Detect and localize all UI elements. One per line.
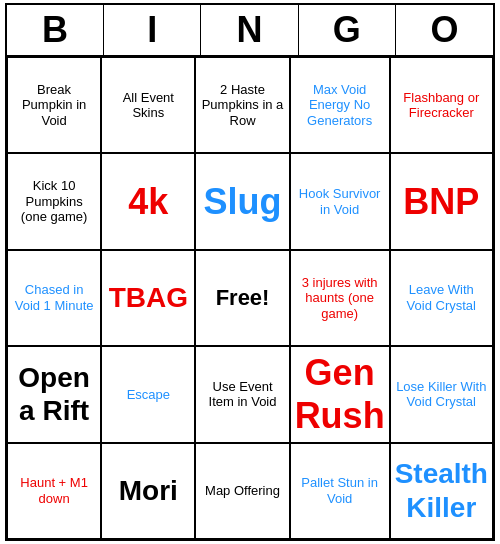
- bingo-cell: Max Void Energy No Generators: [290, 57, 390, 153]
- bingo-cell: Pallet Stun in Void: [290, 443, 390, 539]
- bingo-cell: Chased in Void 1 Minute: [7, 250, 101, 346]
- header-letter: I: [104, 5, 201, 55]
- bingo-cell: BNP: [390, 153, 493, 249]
- header-letter: N: [201, 5, 298, 55]
- bingo-cell: Slug: [195, 153, 289, 249]
- bingo-card: BINGO Break Pumpkin in VoidAll Event Ski…: [5, 3, 495, 541]
- bingo-cell: Haunt + M1 down: [7, 443, 101, 539]
- bingo-grid: Break Pumpkin in VoidAll Event Skins2 Ha…: [7, 57, 493, 539]
- bingo-cell: TBAG: [101, 250, 195, 346]
- bingo-cell: Mori: [101, 443, 195, 539]
- bingo-cell: 3 injures with haunts (one game): [290, 250, 390, 346]
- bingo-cell: Flashbang or Firecracker: [390, 57, 493, 153]
- bingo-cell: Free!: [195, 250, 289, 346]
- bingo-cell: Use Event Item in Void: [195, 346, 289, 442]
- bingo-cell: Leave With Void Crystal: [390, 250, 493, 346]
- bingo-cell: Lose Killer With Void Crystal: [390, 346, 493, 442]
- bingo-cell: Map Offering: [195, 443, 289, 539]
- bingo-cell: Escape: [101, 346, 195, 442]
- bingo-cell: Break Pumpkin in Void: [7, 57, 101, 153]
- bingo-header: BINGO: [7, 5, 493, 57]
- bingo-cell: All Event Skins: [101, 57, 195, 153]
- bingo-cell: Hook Survivor in Void: [290, 153, 390, 249]
- bingo-cell: Stealth Killer: [390, 443, 493, 539]
- bingo-cell: Gen Rush: [290, 346, 390, 442]
- bingo-cell: Open a Rift: [7, 346, 101, 442]
- bingo-cell: 4k: [101, 153, 195, 249]
- header-letter: O: [396, 5, 493, 55]
- bingo-cell: 2 Haste Pumpkins in a Row: [195, 57, 289, 153]
- header-letter: G: [299, 5, 396, 55]
- bingo-cell: Kick 10 Pumpkins (one game): [7, 153, 101, 249]
- header-letter: B: [7, 5, 104, 55]
